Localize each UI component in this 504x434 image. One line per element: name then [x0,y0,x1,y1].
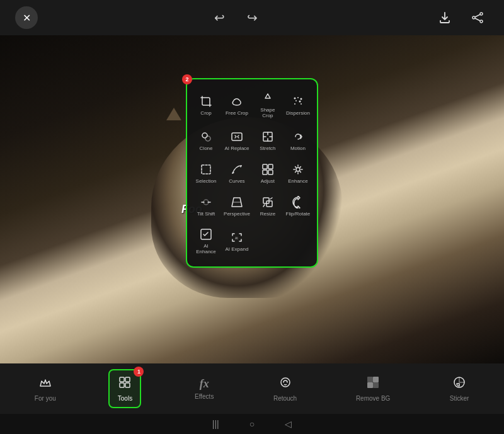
effects-label: Effects [195,393,214,400]
bottom-item-sticker[interactable]: Sticker [443,370,476,407]
svg-point-5 [294,97,295,99]
motion-label: Motion [290,146,306,152]
free-crop-icon [229,94,244,109]
selection-icon [198,162,214,177]
top-bar: ✕ ↩ ↪ [0,0,504,35]
adjust-icon [260,162,275,177]
ai-enhance-label: AI Enhance [193,244,219,255]
remove-bg-label: Remove BG [356,395,390,402]
tool-ai-replace[interactable]: AI Replace [222,125,251,156]
system-nav-bar: ||| ○ ◁ [0,414,504,434]
resize-icon [260,195,275,210]
tool-selection[interactable]: Selection [192,158,220,188]
tool-flip-rotate[interactable]: Flip/Rotate [284,191,312,221]
nav-menu-icon[interactable]: ||| [212,419,219,429]
tool-clone[interactable]: Clone [192,125,220,156]
enhance-label: Enhance [288,179,308,185]
tool-dispersion[interactable]: Dispersion [284,87,312,123]
tool-ai-expand[interactable]: AI AI Expand [222,223,251,259]
free-crop-label: Free Crop [226,111,248,117]
tool-shape-crop[interactable]: Shape Crop [254,87,282,123]
bottom-item-retouch[interactable]: Retouch [267,370,303,407]
svg-rect-34 [367,382,373,388]
shape-crop-icon [260,91,275,106]
redo-button[interactable]: ↪ [241,6,263,29]
svg-rect-30 [125,383,130,387]
effects-icon: fx [200,377,209,391]
perspective-label: Perspective [224,212,250,217]
tool-motion[interactable]: Motion [284,125,312,156]
sticker-label: Sticker [450,395,469,402]
tools-panel-badge: 2 [182,74,192,84]
crown-icon [38,375,52,392]
remove-bg-icon [366,375,380,392]
tool-tilt-shift[interactable]: Tilt Shift [192,191,220,221]
svg-rect-27 [120,377,124,382]
svg-point-8 [295,100,297,101]
svg-point-9 [299,100,301,102]
close-button[interactable]: ✕ [15,6,38,29]
image-area: Foo 2 Crop [0,35,504,363]
bottom-bar: For you 1 Tools fx Effects Retouch [0,363,504,414]
retouch-label: Retouch [273,395,297,402]
crop-icon [198,94,214,109]
tool-free-crop[interactable]: Free Crop [222,87,251,123]
svg-point-10 [294,103,295,105]
stretch-label: Stretch [260,146,275,152]
ai-enhance-icon [198,227,214,242]
clone-label: Clone [200,146,213,152]
curves-icon [229,162,244,177]
shape-crop-label: Shape Crop [255,108,280,119]
top-bar-left: ✕ [15,6,38,29]
ai-replace-label: AI Replace [224,146,249,152]
svg-point-13 [205,136,210,141]
flip-rotate-label: Flip/Rotate [286,212,311,217]
nav-home-icon[interactable]: ○ [249,419,255,429]
bottom-item-for-you[interactable]: For you [28,370,62,407]
tool-adjust[interactable]: Adjust [254,158,282,188]
svg-rect-18 [268,164,273,169]
clone-icon [198,129,214,144]
top-bar-right [433,6,489,29]
tool-stretch[interactable]: Stretch [254,125,282,156]
svg-rect-19 [263,170,267,174]
ai-expand-icon: AI [229,230,244,245]
top-bar-center: ↩ ↪ [208,6,263,29]
tool-curves[interactable]: Curves [222,158,251,188]
tool-enhance[interactable]: Enhance [284,158,312,188]
svg-rect-17 [263,164,267,169]
tools-panel: 2 Crop F [186,78,318,268]
for-you-label: For you [35,395,56,402]
tools-icon [118,375,132,392]
retouch-icon [278,375,292,392]
tool-perspective[interactable]: Perspective [222,191,251,221]
tool-resize[interactable]: Resize [254,191,282,221]
selection-label: Selection [196,179,217,185]
svg-line-4 [475,18,480,21]
tool-ai-enhance[interactable]: AI Enhance [192,223,220,259]
svg-point-12 [202,133,207,138]
dispersion-label: Dispersion [286,111,310,117]
svg-rect-28 [125,377,130,382]
download-button[interactable] [433,6,456,29]
resize-label: Resize [260,212,275,217]
bottom-item-tools[interactable]: 1 Tools [108,369,141,408]
undo-button[interactable]: ↩ [208,6,231,29]
tools-grid: Crop Free Crop S [192,87,312,259]
stretch-icon [260,129,275,144]
svg-rect-32 [367,377,373,382]
bottom-item-effects[interactable]: fx Effects [188,372,220,405]
bottom-item-remove-bg[interactable]: Remove BG [350,370,396,407]
dispersion-icon [290,94,306,109]
svg-point-6 [297,97,299,98]
enhance-icon [290,162,306,177]
tools-label: Tools [118,395,132,402]
cat-ear-left [166,108,181,120]
curves-label: Curves [229,179,244,185]
svg-point-21 [296,168,300,171]
share-button[interactable] [466,6,489,29]
nav-back-icon[interactable]: ◁ [285,419,292,429]
tool-crop[interactable]: Crop [192,87,220,123]
svg-rect-16 [202,165,210,174]
tools-badge: 1 [134,367,144,377]
